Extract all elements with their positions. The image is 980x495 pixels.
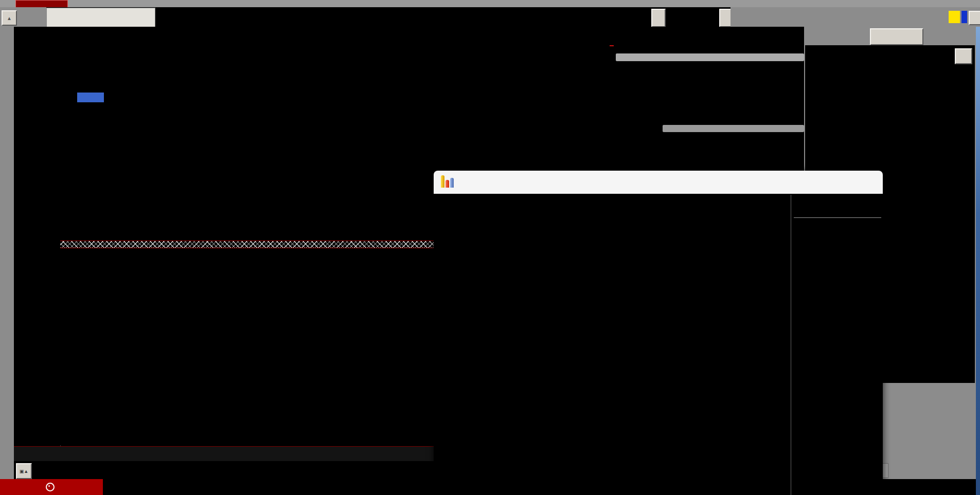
- intraday-popup-window[interactable]: [434, 171, 883, 495]
- monitor-icon: [46, 483, 55, 491]
- collapse-panel-icon[interactable]: ▣▲: [16, 463, 32, 479]
- price-cursor-label: [77, 93, 104, 102]
- chip-badge: [610, 45, 614, 46]
- intraday-monitor-button[interactable]: [0, 479, 103, 495]
- expand-right-icon[interactable]: [719, 9, 732, 27]
- news-tab-row: ▣▲: [14, 461, 434, 479]
- blue-badge-icon: [961, 11, 967, 23]
- popup-body: [434, 194, 883, 495]
- intraday-canvas: [434, 194, 883, 495]
- info-band-mid[interactable]: [663, 125, 804, 132]
- popup-title-bar[interactable]: [434, 171, 883, 194]
- popup-nav-divider: [794, 217, 881, 218]
- my-qianlong-button[interactable]: [15, 0, 68, 7]
- settings-button[interactable]: [955, 48, 972, 64]
- tab-fire-mountain[interactable]: [870, 28, 923, 45]
- sidebar: [0, 27, 14, 479]
- popup-chart-icon: [441, 175, 454, 188]
- app-window: ▲: [0, 0, 980, 495]
- template-tab-row: [14, 446, 434, 462]
- stock-title-bar: [730, 7, 980, 27]
- info-band-top[interactable]: [616, 53, 804, 61]
- toolbar-left-chrome: ▲: [0, 7, 46, 27]
- toolbar: ▲: [0, 7, 980, 27]
- scroll-up-icon[interactable]: ▲: [2, 10, 17, 26]
- menu-bar: [0, 0, 980, 7]
- quote-panel: [14, 27, 61, 479]
- move-tool-icon[interactable]: [651, 9, 666, 27]
- popup-panel-divider: [791, 195, 791, 495]
- market-badge: [949, 11, 960, 23]
- desktop-edge: [976, 27, 980, 495]
- expand-left-icon[interactable]: [969, 11, 980, 25]
- tab-technical-analysis[interactable]: [46, 8, 155, 27]
